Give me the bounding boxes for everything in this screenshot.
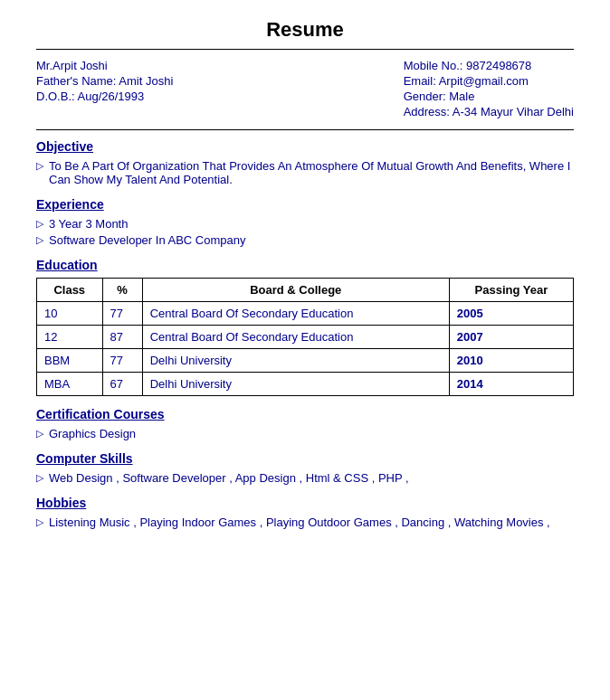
cell-class: MBA bbox=[37, 373, 103, 396]
bullet-icon-cert0: ▷ bbox=[36, 428, 43, 440]
bullet-icon-exp0: ▷ bbox=[36, 218, 43, 230]
bullet-icon-skills0: ▷ bbox=[36, 472, 43, 484]
education-section: Education Class % Board & College Passin… bbox=[36, 258, 574, 396]
table-header-row: Class % Board & College Passing Year bbox=[37, 279, 574, 302]
header-section: Mr.Arpit Joshi Father's Name: Amit Joshi… bbox=[36, 59, 574, 120]
cell-year: 2014 bbox=[449, 373, 573, 396]
email: Email: Arpit@gmail.com bbox=[404, 74, 574, 88]
mobile: Mobile No.: 9872498678 bbox=[404, 59, 574, 72]
certification-title: Certification Courses bbox=[36, 407, 574, 421]
table-row: BBM 77 Delhi University 2010 bbox=[37, 349, 574, 373]
gender: Gender: Male bbox=[404, 90, 574, 103]
experience-title: Experience bbox=[36, 197, 574, 212]
top-divider bbox=[36, 49, 574, 50]
cell-year: 2010 bbox=[449, 349, 573, 373]
experience-text-1: Software Developer In ABC Company bbox=[49, 233, 246, 247]
experience-section: Experience ▷ 3 Year 3 Month ▷ Software D… bbox=[36, 197, 574, 247]
name: Mr.Arpit Joshi bbox=[36, 59, 173, 72]
bottom-divider bbox=[36, 129, 574, 130]
bullet-icon: ▷ bbox=[36, 160, 43, 172]
cell-percent: 77 bbox=[102, 349, 142, 373]
certification-text-0: Graphics Design bbox=[49, 427, 136, 440]
hobbies-text-0: Listening Music , Playing Indoor Games ,… bbox=[49, 516, 550, 529]
cell-board: Delhi University bbox=[142, 349, 449, 373]
page-title: Resume bbox=[36, 18, 574, 42]
computer-skills-title: Computer Skills bbox=[36, 451, 574, 466]
col-class: Class bbox=[37, 279, 103, 302]
cell-board: Central Board Of Secondary Education bbox=[142, 326, 449, 349]
cell-board: Central Board Of Secondary Education bbox=[142, 302, 449, 326]
bullet-icon-hobbies0: ▷ bbox=[36, 516, 43, 528]
hobbies-item-0: ▷ Listening Music , Playing Indoor Games… bbox=[36, 516, 574, 529]
cell-percent: 67 bbox=[102, 373, 142, 396]
dob: D.O.B.: Aug/26/1993 bbox=[36, 90, 173, 103]
experience-item-1: ▷ Software Developer In ABC Company bbox=[36, 233, 574, 247]
objective-section: Objective ▷ To Be A Part Of Organization… bbox=[36, 139, 574, 186]
col-percent: % bbox=[102, 279, 142, 302]
cell-class: 10 bbox=[37, 302, 103, 326]
header-right: Mobile No.: 9872498678 Email: Arpit@gmai… bbox=[404, 59, 574, 120]
objective-title: Objective bbox=[36, 139, 574, 154]
table-row: 10 77 Central Board Of Secondary Educati… bbox=[37, 302, 574, 326]
bullet-icon-exp1: ▷ bbox=[36, 234, 43, 246]
experience-item-0: ▷ 3 Year 3 Month bbox=[36, 217, 574, 231]
table-row: 12 87 Central Board Of Secondary Educati… bbox=[37, 326, 574, 349]
cell-year: 2007 bbox=[449, 326, 573, 349]
education-title: Education bbox=[36, 258, 574, 272]
col-board: Board & College bbox=[142, 279, 449, 302]
experience-text-0: 3 Year 3 Month bbox=[49, 217, 128, 231]
address: Address: A-34 Mayur Vihar Delhi bbox=[404, 105, 574, 118]
cell-class: 12 bbox=[37, 326, 103, 349]
objective-text: To Be A Part Of Organization That Provid… bbox=[49, 159, 574, 186]
certification-section: Certification Courses ▷ Graphics Design bbox=[36, 407, 574, 440]
table-row: MBA 67 Delhi University 2014 bbox=[37, 373, 574, 396]
objective-item: ▷ To Be A Part Of Organization That Prov… bbox=[36, 159, 574, 186]
cell-year: 2005 bbox=[449, 302, 573, 326]
education-table: Class % Board & College Passing Year 10 … bbox=[36, 278, 574, 396]
cell-percent: 77 bbox=[102, 302, 142, 326]
cell-percent: 87 bbox=[102, 326, 142, 349]
hobbies-section: Hobbies ▷ Listening Music , Playing Indo… bbox=[36, 496, 574, 529]
header-left: Mr.Arpit Joshi Father's Name: Amit Joshi… bbox=[36, 59, 173, 120]
cell-class: BBM bbox=[37, 349, 103, 373]
father-name: Father's Name: Amit Joshi bbox=[36, 74, 173, 88]
computer-skills-text-0: Web Design , Software Developer , App De… bbox=[49, 471, 409, 485]
computer-skills-section: Computer Skills ▷ Web Design , Software … bbox=[36, 451, 574, 485]
certification-item-0: ▷ Graphics Design bbox=[36, 427, 574, 440]
hobbies-title: Hobbies bbox=[36, 496, 574, 510]
computer-skills-item-0: ▷ Web Design , Software Developer , App … bbox=[36, 471, 574, 485]
col-year: Passing Year bbox=[449, 279, 573, 302]
cell-board: Delhi University bbox=[142, 373, 449, 396]
